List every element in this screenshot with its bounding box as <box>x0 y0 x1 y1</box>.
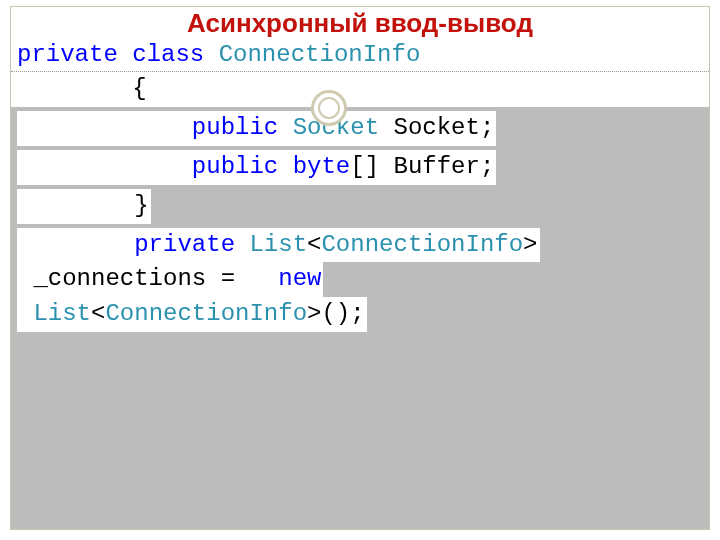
type-connectioninfo: ConnectionInfo <box>321 231 523 258</box>
type-connectioninfo: ConnectionInfo <box>219 41 421 68</box>
type-list: List <box>33 300 91 327</box>
kw-private: private <box>17 41 118 68</box>
kw-byte: byte <box>293 153 351 180</box>
code-line-8: List<ConnectionInfo>(); <box>11 297 709 332</box>
code-line-7: _connections = new <box>11 262 709 297</box>
slide-empty-area <box>11 332 709 529</box>
field-buffer: [] Buffer; <box>350 153 494 180</box>
code-line-4: public byte[] Buffer; <box>11 150 709 185</box>
code-line-3: public Socket Socket; <box>11 111 709 146</box>
field-socket: Socket; <box>379 114 494 141</box>
slide-frame: Асинхронный ввод-вывод private class Con… <box>10 6 710 530</box>
kw-public: public <box>192 153 278 180</box>
ring-icon <box>311 90 347 126</box>
kw-new: new <box>278 265 321 292</box>
type-list: List <box>249 231 307 258</box>
code-line-2: { <box>11 71 709 107</box>
code-block: private class ConnectionInfo { public So… <box>11 38 709 332</box>
slide: Асинхронный ввод-вывод private class Con… <box>0 0 720 540</box>
kw-public: public <box>192 114 278 141</box>
code-line-1: private class ConnectionInfo <box>11 38 709 73</box>
slide-title: Асинхронный ввод-вывод <box>11 7 709 38</box>
kw-private: private <box>134 231 235 258</box>
code-line-6: private List<ConnectionInfo> <box>11 228 709 263</box>
type-connectioninfo: ConnectionInfo <box>105 300 307 327</box>
code-line-5: } <box>11 189 709 224</box>
kw-class: class <box>132 41 204 68</box>
